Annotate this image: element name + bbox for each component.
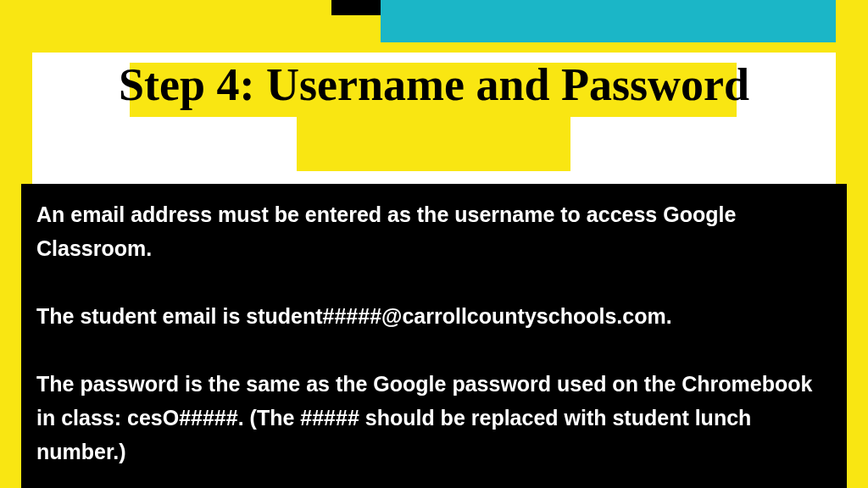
title-highlight-2 [297,117,570,171]
slide-title: Step 4: Username and Password [32,56,836,114]
paragraph-3: The password is the same as the Google p… [36,367,832,469]
content-panel: An email address must be entered as the … [21,184,847,488]
paragraph-2: The student email is student#####@carrol… [36,299,832,333]
paragraph-1: An email address must be entered as the … [36,197,832,265]
decorative-bar-cyan [381,0,836,42]
